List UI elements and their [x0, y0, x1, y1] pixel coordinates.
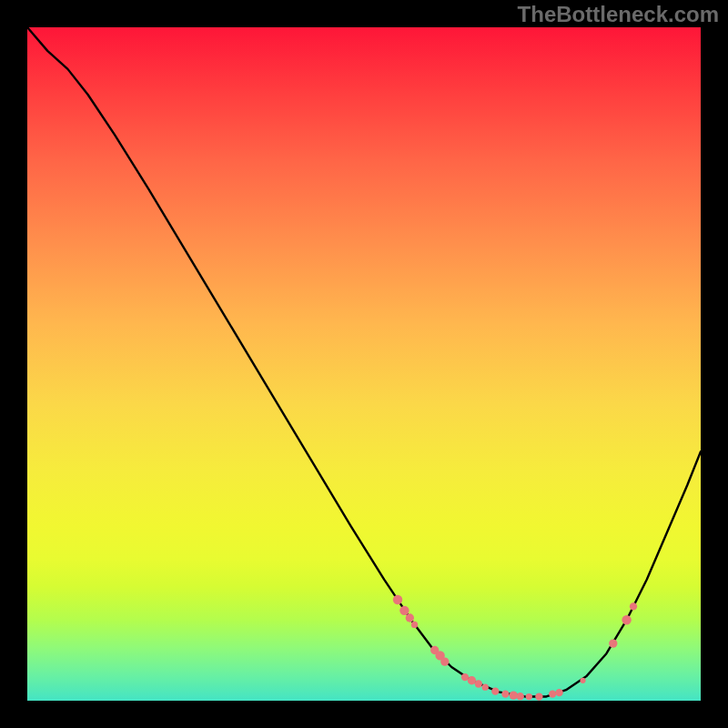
- chart-container: TheBottleneck.com: [0, 0, 728, 728]
- data-marker: [393, 595, 402, 604]
- data-marker: [549, 690, 556, 697]
- data-marker: [411, 622, 418, 628]
- data-marker: [475, 680, 482, 687]
- data-marker: [535, 693, 542, 700]
- plot-area: [27, 27, 701, 701]
- data-marker: [440, 657, 449, 665]
- data-marker: [580, 678, 585, 683]
- data-marker: [630, 602, 637, 610]
- data-marker: [482, 684, 489, 691]
- data-marker: [501, 690, 509, 697]
- data-marker: [491, 687, 499, 694]
- data-marker: [510, 691, 518, 699]
- data-marker: [609, 639, 617, 647]
- data-marker: [399, 606, 409, 615]
- data-marker: [517, 693, 524, 700]
- data-marker: [555, 689, 562, 696]
- data-marker: [526, 693, 532, 700]
- data-marker: [622, 615, 631, 624]
- watermark-text: TheBottleneck.com: [518, 2, 719, 27]
- curve-svg: [27, 27, 701, 701]
- data-marker: [406, 613, 414, 622]
- bottleneck-curve: [27, 27, 701, 697]
